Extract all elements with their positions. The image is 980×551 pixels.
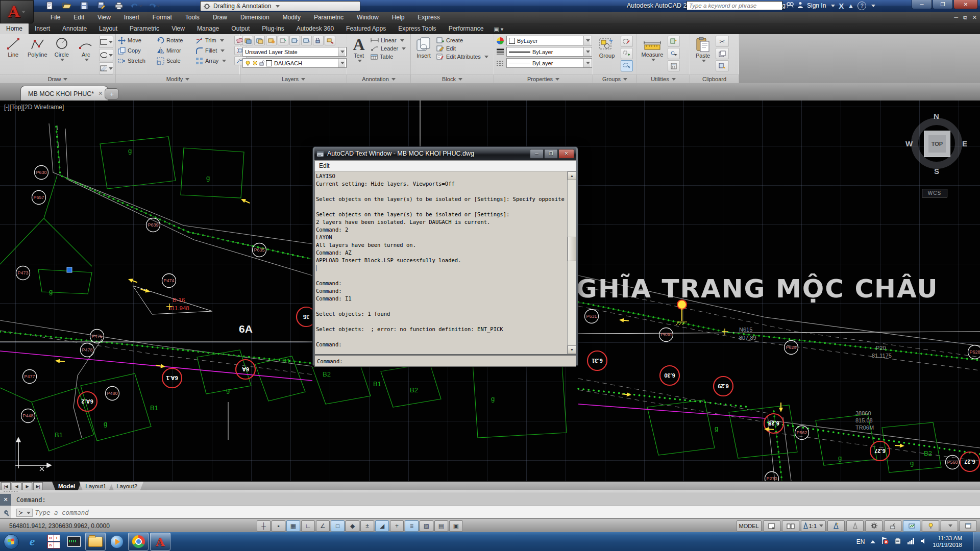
dialog-maximize-button[interactable]: ❐ — [544, 149, 558, 159]
layer-state-dropdown[interactable]: Unsaved Layer State — [242, 47, 347, 57]
dialog-close-button[interactable]: ✕ — [558, 149, 574, 159]
menu-parametric[interactable]: Parametric — [307, 12, 350, 23]
fillet-button[interactable]: Fillet — [195, 47, 232, 55]
quickcalc-button[interactable] — [668, 60, 680, 71]
quick-view-layouts-button[interactable] — [763, 520, 780, 532]
panel-label-modify[interactable]: Modify — [116, 74, 240, 83]
ribbon-tab-insert[interactable]: Insert — [29, 23, 56, 34]
object-snap-tracking-toggle[interactable]: ± — [360, 520, 374, 532]
panel-label-utilities[interactable]: Utilities — [637, 74, 690, 83]
layer-state-icon[interactable] — [254, 36, 265, 45]
open-file-icon[interactable] — [60, 1, 74, 10]
scale-button[interactable]: Scale — [157, 57, 193, 65]
dynamic-input-toggle[interactable]: + — [390, 520, 404, 532]
trim-button[interactable]: Trim — [195, 37, 232, 44]
isolate-objects-button[interactable] — [922, 520, 939, 532]
menu-view[interactable]: View — [91, 12, 117, 23]
autodesk360-icon[interactable]: ▲ — [847, 2, 854, 10]
object-snap-toggle[interactable]: □ — [331, 520, 345, 532]
linear-dimension-button[interactable]: Linear — [371, 37, 408, 43]
sign-in-button[interactable]: Sign In — [807, 2, 826, 9]
menu-format[interactable]: Format — [146, 12, 179, 23]
stretch-button[interactable]: Stretch — [118, 57, 155, 65]
leader-button[interactable]: Leader — [371, 45, 408, 52]
circle-button[interactable]: Circle — [51, 36, 73, 61]
workspace-gear-button[interactable] — [865, 520, 883, 532]
viewcube-west[interactable]: W — [905, 139, 913, 148]
hardware-acceleration-button[interactable] — [903, 520, 920, 532]
selection-grip[interactable] — [67, 267, 72, 272]
text-window-prompt[interactable]: Command: — [314, 355, 576, 367]
panel-label-annotation[interactable]: Annotation — [347, 74, 410, 83]
ribbon-tab-express-tools[interactable]: Express Tools — [392, 23, 442, 34]
create-block-button[interactable]: Create — [436, 37, 486, 43]
undo-icon[interactable] — [130, 1, 143, 10]
doc-minimize-button[interactable]: ─ — [954, 12, 958, 23]
ribbon-tab-performance[interactable]: Performance — [443, 23, 490, 34]
next-layout-icon[interactable]: ▶ — [22, 482, 32, 490]
ortho-mode-toggle[interactable]: ∟ — [301, 520, 315, 532]
id-point-button[interactable] — [668, 48, 680, 59]
plot-icon[interactable] — [112, 1, 126, 10]
ungroup-button[interactable] — [621, 48, 633, 59]
scrollbar-thumb[interactable] — [568, 237, 576, 261]
save-icon[interactable] — [78, 1, 91, 10]
infer-constraints-toggle[interactable]: ┼ — [257, 520, 271, 532]
menu-dimension[interactable]: Dimension — [234, 12, 276, 23]
annotation-scale-button[interactable]: 1:1 — [801, 520, 826, 532]
last-layout-icon[interactable]: ▶| — [33, 482, 43, 490]
tray-expand-icon[interactable] — [870, 540, 875, 543]
save-as-icon[interactable] — [95, 1, 108, 10]
customize-icon[interactable] — [0, 506, 11, 519]
taskbar-internet-explorer[interactable]: e — [22, 533, 42, 550]
ellipse-tool-button[interactable] — [99, 49, 113, 61]
group-button[interactable]: Group — [595, 36, 619, 59]
layer-properties-icon[interactable] — [242, 36, 253, 45]
viewcube[interactable]: N W E S TOP — [907, 114, 966, 173]
new-tab-button[interactable]: + — [105, 88, 119, 99]
taskbar-windows-explorer[interactable] — [85, 533, 106, 550]
grid-display-toggle[interactable]: ▦ — [286, 520, 300, 532]
autoscale-button[interactable] — [846, 520, 864, 532]
ribbon-tab-autodesk-360[interactable]: Autodesk 360 — [290, 23, 340, 34]
dialog-minimize-button[interactable]: ─ — [530, 149, 544, 159]
search-icon[interactable] — [786, 2, 794, 10]
rotate-button[interactable]: Rotate — [157, 37, 193, 44]
menu-edit[interactable]: Edit — [319, 162, 330, 169]
menu-draw[interactable]: Draw — [206, 12, 234, 23]
quick-select-button[interactable] — [668, 36, 680, 47]
hatch-tool-button[interactable] — [99, 62, 113, 74]
panel-label-block[interactable]: Block — [411, 74, 494, 83]
menu-file[interactable]: File — [44, 12, 67, 23]
redo-icon[interactable] — [147, 1, 160, 10]
menu-express[interactable]: Express — [411, 12, 446, 23]
panel-label-clipboard[interactable]: Clipboard — [690, 74, 739, 83]
polar-tracking-toggle[interactable]: ∠ — [316, 520, 330, 532]
panel-label-groups[interactable]: Groups — [593, 74, 636, 83]
toolbar-lock-button[interactable] — [884, 520, 901, 532]
close-button[interactable]: ✕ — [953, 0, 978, 9]
layer-match-icon[interactable] — [325, 36, 335, 45]
recent-commands-icon[interactable]: ≻ — [16, 509, 33, 517]
menu-edit[interactable]: Edit — [67, 12, 91, 23]
ribbon-tab-plug-ins[interactable]: Plug-ins — [256, 23, 290, 34]
volume-icon[interactable] — [920, 537, 927, 546]
ribbon-tab-annotate[interactable]: Annotate — [56, 23, 93, 34]
doc-close-button[interactable]: ✕ — [972, 12, 977, 23]
ribbon-tab-featured-apps[interactable]: Featured Apps — [340, 23, 392, 34]
edit-block-button[interactable]: Edit — [436, 45, 486, 52]
transparency-toggle[interactable]: ▨ — [420, 520, 433, 532]
scroll-up-icon[interactable]: ▲ — [568, 171, 576, 180]
chevron-down-icon[interactable] — [871, 5, 875, 7]
annotation-visibility-button[interactable] — [827, 520, 845, 532]
wcs-dropdown[interactable]: WCS — [922, 189, 947, 197]
layer-freeze-icon[interactable] — [289, 36, 300, 45]
linetype-dropdown[interactable]: ByLayer — [506, 58, 592, 68]
command-close-button[interactable]: ✕ — [0, 494, 11, 506]
restore-button[interactable]: ❐ — [933, 0, 953, 9]
layout-tab-layout2[interactable]: Layout2 — [110, 482, 143, 491]
document-tab[interactable]: MB MOC KHOI PHUC* ✕ — [20, 86, 108, 101]
3d-object-snap-toggle[interactable]: ◆ — [346, 520, 359, 532]
group-selection-button[interactable] — [621, 60, 633, 71]
tab-close-icon[interactable]: ✕ — [98, 90, 103, 97]
